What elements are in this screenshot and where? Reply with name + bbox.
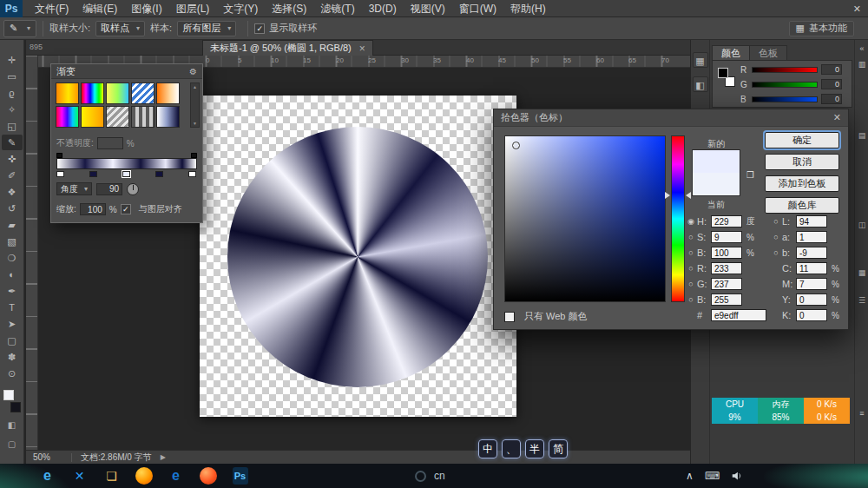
gradient-preset[interactable] — [131, 82, 155, 104]
menu-3d[interactable]: 3D(D) — [362, 0, 404, 17]
channel-value-field[interactable]: 0 — [821, 64, 842, 75]
zoom-level-field[interactable]: 50% — [33, 452, 62, 462]
ok-button[interactable]: 确定 — [765, 132, 839, 148]
align-with-layer-checkbox[interactable]: ✓ — [121, 204, 131, 214]
foreground-color-swatch[interactable] — [3, 390, 14, 400]
vertical-ruler[interactable] — [26, 56, 38, 450]
language-indicator-icon[interactable] — [415, 471, 426, 482]
type-tool[interactable]: T — [2, 300, 23, 315]
web-colors-only-checkbox[interactable] — [504, 312, 515, 322]
gradient-preset[interactable] — [81, 106, 104, 128]
eraser-tool[interactable]: ▰ — [2, 217, 23, 233]
menu-filter[interactable]: 滤镜(T) — [313, 0, 361, 17]
docked-panel-icon-3[interactable]: ◫ — [857, 220, 867, 230]
angle-value-field[interactable]: 90 — [96, 183, 122, 195]
document-tab[interactable]: 未标题-1 @ 50% (椭圆 1, RGB/8) × — [202, 40, 373, 56]
angle-dial-icon[interactable] — [127, 183, 139, 195]
gradient-preset[interactable] — [131, 106, 155, 128]
color-slider[interactable] — [752, 67, 818, 73]
photoshop-icon[interactable]: Ps — [229, 465, 251, 486]
lasso-tool[interactable]: ϱ — [2, 85, 23, 101]
field-input[interactable]: -9 — [796, 247, 827, 259]
clone-stamp-tool[interactable]: ❖ — [2, 184, 23, 200]
opacity-field[interactable] — [97, 137, 123, 149]
gradient-color-stop[interactable] — [188, 171, 196, 177]
docked-panel-icon-5[interactable]: ☰ — [857, 295, 867, 306]
shape-tool[interactable]: ▢ — [2, 333, 23, 348]
gradient-preset[interactable] — [156, 106, 180, 128]
color-field-marker[interactable] — [512, 142, 520, 149]
screen-mode-icon[interactable]: ▢ — [2, 439, 23, 451]
ime-mode-chinese[interactable]: 中 — [478, 439, 497, 458]
gradient-preset[interactable] — [156, 82, 180, 104]
rectangular-marquee-tool[interactable]: ▭ — [2, 69, 23, 84]
gradient-color-stop[interactable] — [155, 171, 163, 177]
gradient-preset[interactable] — [106, 106, 129, 128]
gear-icon[interactable]: ⚙ — [189, 67, 197, 76]
docked-panel-icon-2[interactable]: ▤ — [857, 130, 867, 141]
collapsed-adjustments-panel-icon[interactable]: ▦ — [693, 52, 708, 68]
hue-slider-arrow-left[interactable] — [665, 192, 670, 199]
web-gamut-cube-icon[interactable]: ❒ — [746, 170, 754, 180]
presets-scrollbar[interactable]: ▲ ▼ — [190, 82, 200, 128]
field-radio[interactable]: ○ — [687, 280, 695, 288]
hand-tool[interactable]: ✽ — [2, 349, 23, 365]
color-slider[interactable] — [752, 82, 818, 88]
tray-keyboard-icon[interactable]: ⌨ — [705, 470, 720, 482]
field-input[interactable]: 229 — [711, 215, 742, 228]
crop-tool[interactable]: ◱ — [2, 118, 23, 134]
ime-width-half[interactable]: 半 — [525, 439, 544, 458]
foreground-background-swatches[interactable] — [3, 390, 22, 412]
gradient-preview-bar[interactable] — [56, 158, 197, 169]
show-sampling-ring-checkbox[interactable]: ✓ — [254, 23, 265, 34]
foreground-color-swatch[interactable] — [718, 68, 728, 78]
blue-x-app-icon[interactable]: ✕ — [69, 465, 90, 486]
gradient-color-stop[interactable] — [122, 171, 130, 177]
zoom-tool[interactable]: ⊙ — [2, 366, 23, 381]
field-input[interactable]: 94 — [796, 215, 827, 228]
menu-select[interactable]: 选择(S) — [265, 0, 313, 17]
add-to-swatches-button[interactable]: 添加到色板 — [765, 175, 839, 192]
gradient-preset[interactable] — [106, 82, 129, 104]
brush-tool[interactable]: ✐ — [2, 168, 23, 183]
blur-tool[interactable]: ❍ — [2, 250, 23, 266]
field-input[interactable]: 255 — [711, 293, 742, 306]
tab-swatches[interactable]: 色板 — [750, 45, 787, 60]
tray-chevron-up-icon[interactable]: ∧ — [686, 470, 694, 482]
field-radio[interactable]: ○ — [687, 248, 695, 257]
panel-fg-bg-swatches[interactable] — [716, 66, 737, 89]
menu-layer[interactable]: 图层(L) — [169, 0, 217, 17]
menu-type[interactable]: 文字(Y) — [216, 0, 265, 17]
field-input[interactable]: 9 — [711, 231, 742, 243]
field-radio[interactable]: ○ — [772, 233, 780, 241]
cancel-button[interactable]: 取消 — [765, 154, 839, 170]
gradient-preset[interactable] — [56, 82, 79, 104]
scroll-up-icon[interactable]: ▲ — [193, 84, 197, 89]
channel-value-field[interactable]: 0 — [821, 79, 842, 89]
language-indicator-text[interactable]: cn — [434, 470, 445, 482]
menu-view[interactable]: 视图(V) — [404, 0, 452, 17]
field-input[interactable]: e9edff — [711, 309, 766, 321]
scroll-down-icon[interactable]: ▼ — [193, 121, 197, 126]
quick-mask-icon[interactable]: ◧ — [2, 419, 23, 432]
channel-value-field[interactable]: 0 — [821, 94, 842, 104]
field-radio[interactable]: ◉ — [687, 217, 695, 226]
menu-file[interactable]: 文件(F) — [28, 0, 76, 17]
tray-speaker-icon[interactable] — [731, 470, 743, 482]
field-input[interactable]: 237 — [711, 278, 742, 290]
eyedropper-tool[interactable]: ✎ — [2, 135, 23, 150]
field-radio[interactable]: ○ — [772, 217, 780, 226]
healing-brush-tool[interactable]: ✜ — [2, 151, 23, 167]
edge-dark-icon[interactable]: e — [165, 465, 187, 486]
firefox-icon[interactable] — [133, 465, 155, 486]
menu-edit[interactable]: 编辑(E) — [76, 0, 124, 17]
saturation-brightness-field[interactable] — [504, 135, 666, 302]
gradient-preset[interactable] — [81, 82, 104, 104]
field-input[interactable]: 11 — [796, 262, 827, 274]
color-slider[interactable] — [752, 96, 818, 102]
background-color-swatch[interactable] — [10, 402, 21, 412]
dodge-tool[interactable]: ◐ — [2, 267, 23, 282]
history-brush-tool[interactable]: ↺ — [2, 201, 23, 216]
path-selection-tool[interactable]: ➤ — [2, 316, 23, 332]
expand-dock-icon[interactable]: « — [857, 43, 867, 54]
